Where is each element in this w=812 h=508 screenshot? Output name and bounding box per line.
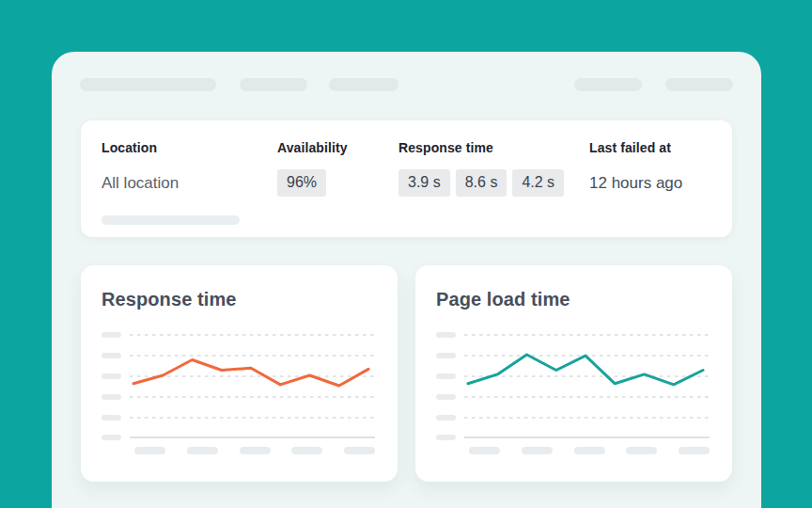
x-axis-skeleton-label bbox=[679, 447, 710, 454]
app-window: Location Availability Response time Last… bbox=[52, 52, 761, 508]
chart-line bbox=[468, 355, 703, 385]
page-load-time-chart-card: Page load time bbox=[415, 265, 732, 482]
chart-plot bbox=[81, 322, 398, 463]
chart-title: Page load time bbox=[436, 289, 570, 310]
column-header-location: Location bbox=[102, 140, 157, 155]
x-axis-skeleton-label bbox=[134, 447, 165, 454]
y-axis-skeleton-label bbox=[102, 332, 121, 338]
column-header-availability: Availability bbox=[277, 140, 348, 155]
table-skeleton-pill bbox=[102, 215, 240, 225]
response-time-chart-card: Response time bbox=[81, 265, 398, 482]
x-axis-skeleton-label bbox=[469, 447, 500, 454]
response-time-badge: 4.2 s bbox=[512, 169, 564, 197]
topbar-skeleton-pill bbox=[574, 78, 642, 91]
page-load-time-chart bbox=[415, 322, 732, 463]
y-axis-skeleton-label bbox=[102, 373, 121, 379]
response-time-badge: 8.6 s bbox=[456, 169, 508, 197]
location-value: All location bbox=[102, 174, 179, 193]
y-axis-skeleton-label bbox=[436, 415, 456, 421]
response-time-badge: 3.9 s bbox=[398, 169, 450, 197]
x-axis-skeleton-label bbox=[574, 447, 605, 454]
y-axis-skeleton-label bbox=[436, 332, 456, 338]
topbar-skeleton-pill bbox=[329, 78, 398, 91]
y-axis-skeleton-label bbox=[102, 435, 121, 440]
x-axis-skeleton-label bbox=[344, 447, 375, 454]
x-axis-skeleton-label bbox=[291, 447, 322, 454]
topbar-skeleton-pill bbox=[240, 78, 307, 91]
y-axis-skeleton-label bbox=[102, 394, 121, 400]
y-axis-skeleton-label bbox=[102, 353, 121, 358]
availability-badge: 96% bbox=[277, 169, 326, 197]
last-failed-value: 12 hours ago bbox=[589, 174, 682, 193]
y-axis-skeleton-label bbox=[102, 415, 121, 421]
chart-plot bbox=[415, 322, 732, 463]
topbar-skeleton-pill bbox=[80, 78, 216, 91]
y-axis-skeleton-label bbox=[436, 394, 456, 400]
column-header-response-time: Response time bbox=[398, 140, 493, 155]
y-axis-skeleton-label bbox=[436, 435, 456, 440]
status-table-card: Location Availability Response time Last… bbox=[81, 120, 732, 237]
y-axis-skeleton-label bbox=[436, 353, 456, 358]
y-axis-skeleton-label bbox=[436, 373, 456, 379]
response-time-chart bbox=[81, 322, 398, 463]
chart-line bbox=[133, 360, 368, 387]
page-background: { "colors": { "page_background": "#0da5a… bbox=[0, 0, 812, 508]
x-axis-skeleton-label bbox=[187, 447, 218, 454]
chart-title: Response time bbox=[102, 289, 237, 310]
x-axis-skeleton-label bbox=[522, 447, 553, 454]
column-header-last-failed: Last failed at bbox=[589, 140, 671, 155]
topbar-skeleton-pill bbox=[665, 78, 733, 91]
x-axis-skeleton-label bbox=[626, 447, 657, 454]
x-axis-skeleton-label bbox=[240, 447, 271, 454]
